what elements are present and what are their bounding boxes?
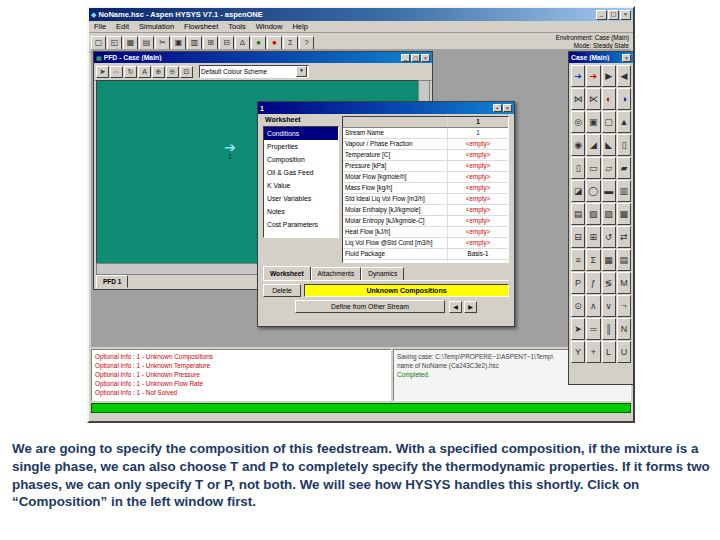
lng-exchanger-icon[interactable]: ▣ — [586, 111, 600, 133]
menu-item[interactable]: Simulation — [134, 22, 179, 31]
mixer-icon[interactable]: ▶ — [602, 65, 616, 87]
zoom-in-button[interactable]: ⊕ — [152, 66, 165, 78]
case-study-icon[interactable]: ▤ — [617, 249, 631, 271]
workbook-button[interactable]: ⊞ — [203, 36, 218, 50]
basis-environment-button[interactable]: Δ — [235, 36, 250, 50]
close-button[interactable]: × — [503, 104, 512, 112]
row-value[interactable]: <empty> — [448, 216, 508, 226]
recycle-icon[interactable]: ↺ — [602, 226, 616, 248]
solver-hold-button[interactable]: ● — [267, 36, 282, 50]
nav-k-value[interactable]: K Value — [264, 179, 338, 192]
row-value[interactable]: <empty> — [448, 227, 508, 237]
solver-active-button[interactable]: ● — [251, 36, 266, 50]
row-value[interactable] — [448, 260, 508, 263]
close-button[interactable]: × — [421, 54, 430, 62]
neural-net-icon[interactable]: N — [617, 318, 631, 340]
equilibrium-reactor-icon[interactable]: ▰ — [617, 157, 631, 179]
expander-icon[interactable]: ◣ — [602, 134, 616, 156]
row-value[interactable]: <empty> — [448, 183, 508, 193]
menu-item[interactable]: Window — [251, 22, 288, 31]
optimizer-button[interactable]: Σ — [283, 36, 298, 50]
splitter-icon[interactable]: Y — [571, 341, 585, 363]
liquid-liquid-extractor-icon[interactable]: ▩ — [617, 203, 631, 225]
nav-cost-parameters[interactable]: Cost Parameters — [264, 218, 338, 231]
zoom-out-button[interactable]: ⊖ — [166, 66, 179, 78]
row-value[interactable]: 1 — [448, 128, 508, 138]
menu-item[interactable]: Tools — [223, 22, 251, 31]
worksheet-row[interactable]: Molar Flow [kgmole/h] <empty> — [343, 172, 508, 183]
row-value[interactable]: Basis-1 — [448, 249, 508, 259]
mpc-icon[interactable]: M — [617, 272, 631, 294]
conversion-reactor-icon[interactable]: ▱ — [602, 157, 616, 179]
component-splitter-icon[interactable]: ⊟ — [571, 226, 585, 248]
nav-properties[interactable]: Properties — [264, 140, 338, 153]
menu-item[interactable]: Flowsheet — [179, 22, 223, 31]
menu-item[interactable]: Edit — [111, 22, 134, 31]
maximize-button[interactable]: ▢ — [411, 54, 420, 62]
compressible-gas-pipe-icon[interactable]: ║ — [602, 318, 616, 340]
user-unit-op-icon[interactable]: U — [617, 341, 631, 363]
stream-1[interactable]: ➔ 1 — [217, 141, 243, 160]
previous-object-button[interactable]: ◀ — [449, 301, 462, 313]
makeup-icon[interactable]: + — [586, 341, 600, 363]
separator-icon[interactable]: ▯ — [617, 134, 631, 156]
row-value[interactable]: <empty> — [448, 205, 508, 215]
cursor-button[interactable]: ➤ — [96, 66, 109, 78]
row-value[interactable]: <empty> — [448, 172, 508, 182]
row-value[interactable]: <empty> — [448, 139, 508, 149]
pfr-icon[interactable]: ▬ — [602, 180, 616, 202]
size-mode-button[interactable]: ⇔ — [110, 66, 123, 78]
boolean-and-icon[interactable]: ∧ — [586, 295, 600, 317]
valve-icon[interactable]: ⋈ — [571, 88, 585, 110]
nav-oil-gas-feed[interactable]: Oil & Gas Feed — [264, 166, 338, 179]
pid-controller-icon[interactable]: P — [571, 272, 585, 294]
cstr-icon[interactable]: ◯ — [586, 180, 600, 202]
gibbs-reactor-icon[interactable]: ◪ — [571, 180, 585, 202]
energy-stream-icon[interactable]: ➔ — [586, 65, 600, 87]
cut-button[interactable]: ✂ — [155, 36, 170, 50]
tee-icon[interactable]: ◀ — [617, 65, 631, 87]
worksheet-row[interactable]: Utility Type — [343, 260, 508, 263]
worksheet-row[interactable]: Molar Enthalpy [kJ/kgmole] <empty> — [343, 205, 508, 216]
worksheet-row[interactable]: Stream Name 1 — [343, 128, 508, 139]
print-button[interactable]: ▤ — [139, 36, 154, 50]
boolean-or-icon[interactable]: ∨ — [602, 295, 616, 317]
close-button[interactable]: × — [620, 10, 631, 20]
pump-icon[interactable]: ◉ — [571, 134, 585, 156]
maximize-button[interactable]: ▢ — [608, 10, 619, 20]
next-object-button[interactable]: ▶ — [464, 301, 477, 313]
refluxed-absorber-icon[interactable]: ▧ — [586, 203, 600, 225]
nav-user-variables[interactable]: User Variables — [264, 192, 338, 205]
boolean-not-icon[interactable]: ¬ — [617, 295, 631, 317]
copy-button[interactable]: ▣ — [171, 36, 186, 50]
help-button[interactable]: ? — [299, 36, 314, 50]
row-value[interactable]: <empty> — [448, 150, 508, 160]
save-case-button[interactable]: ▦ — [123, 36, 138, 50]
close-button[interactable]: × — [622, 54, 631, 62]
pipe-segment-icon[interactable]: ═ — [586, 318, 600, 340]
fired-heater-icon[interactable]: ▲ — [617, 111, 631, 133]
selector-icon[interactable]: ≶ — [602, 272, 616, 294]
define-from-other-stream-button[interactable]: Define from Other Stream — [295, 300, 445, 313]
paste-button[interactable]: ▥ — [187, 36, 202, 50]
worksheet-row[interactable]: Std Ideal Liq Vol Flow [m3/h] <empty> — [343, 194, 508, 205]
worksheet-row[interactable]: Vapour / Phase Fraction <empty> — [343, 139, 508, 150]
nav-notes[interactable]: Notes — [264, 205, 338, 218]
material-stream-icon[interactable]: ➔ — [571, 65, 585, 87]
worksheet-row[interactable]: Heat Flow [kJ/h] <empty> — [343, 227, 508, 238]
worksheet-row[interactable]: Temperature [C] <empty> — [343, 150, 508, 161]
new-case-button[interactable]: ▢ — [91, 36, 106, 50]
set-icon[interactable]: ≡ — [571, 249, 585, 271]
rotate-button[interactable]: ↻ — [124, 66, 137, 78]
worksheet-row[interactable]: Pressure [kPa] <empty> — [343, 161, 508, 172]
shortcut-column-icon[interactable]: ⊞ — [586, 226, 600, 248]
row-value[interactable]: <empty> — [448, 161, 508, 171]
chevron-down-icon[interactable]: ▼ — [296, 66, 307, 77]
heater-icon[interactable]: ◐ — [602, 88, 616, 110]
text-button[interactable]: A — [138, 66, 151, 78]
menu-item[interactable]: File — [89, 22, 111, 31]
three-phase-separator-icon[interactable]: ▯ — [571, 157, 585, 179]
virtual-stream-icon[interactable]: ➤ — [571, 318, 585, 340]
distillation-column-icon[interactable]: ▥ — [617, 180, 631, 202]
colour-scheme-select[interactable]: Default Colour Scheme ▼ — [199, 65, 309, 78]
